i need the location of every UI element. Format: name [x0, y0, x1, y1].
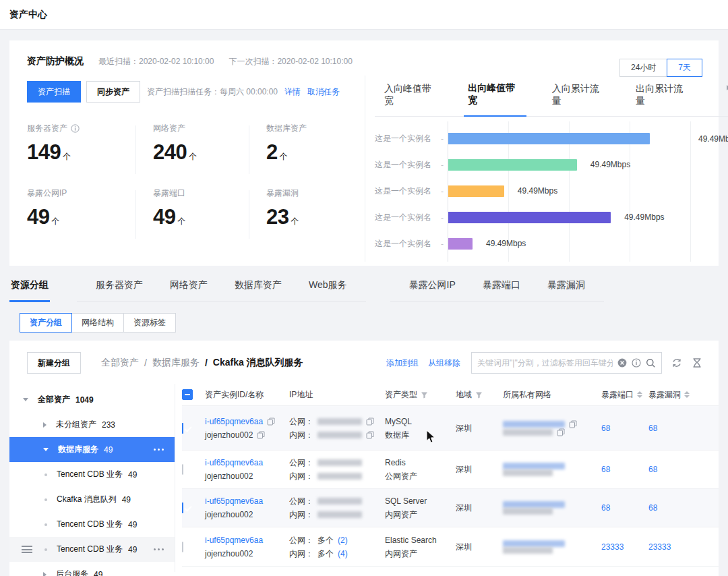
tree-item-cdb-2[interactable]: Tencent CDB 业务49 [9, 512, 175, 537]
table-row[interactable]: i-uf65pqmev6aa jojenzhou002 公网：多个 (2) 内网… [182, 527, 719, 567]
chart-bar-row: 这是一个实例名- 49.49Mbps [375, 125, 728, 152]
tab-network-assets[interactable]: 网络资产 [156, 279, 221, 301]
more-actions-icon[interactable] [154, 449, 164, 451]
exposed-vulns-link[interactable]: 68 [648, 503, 657, 513]
search-input[interactable] [477, 358, 613, 368]
tree-item-cdb-1[interactable]: Tencent CDB 业务49 [9, 462, 175, 487]
sort-icon[interactable] [684, 391, 690, 398]
subtab-resource-tags[interactable]: 资源标签 [123, 313, 176, 333]
filter-icon[interactable] [475, 391, 483, 399]
row-checkbox[interactable] [182, 464, 183, 475]
stat-database-assets: 数据库资产 2个 [249, 123, 365, 165]
chevron-right-icon[interactable] [43, 422, 47, 428]
table-row[interactable]: i-uf65pqmev6aa jojenzhou002 公网： 内网： MySQ… [182, 406, 719, 451]
search-icon[interactable] [646, 358, 656, 368]
tab-exposed-ips[interactable]: 暴露公网IP [396, 279, 469, 301]
tree-item-ckafka[interactable]: Ckafka 消息队列49 [9, 487, 175, 512]
breadcrumb-current: Ckafka 消息队列服务 [213, 357, 303, 369]
redacted-public-ip [317, 459, 362, 466]
overview-card: 资产防护概况 最近扫描：2020-02-02 10:10:00 下一次扫描：20… [9, 40, 719, 266]
exposed-ports-link[interactable]: 68 [601, 465, 610, 474]
chevron-down-icon[interactable] [23, 398, 28, 401]
subtab-network-structure[interactable]: 网络结构 [71, 313, 124, 333]
row-checkbox[interactable] [182, 502, 183, 513]
select-all-checkbox[interactable] [182, 389, 193, 400]
page-title: 资产中心 [9, 9, 47, 21]
tree-item-all-assets[interactable]: 全部资产1049 [9, 387, 175, 412]
instance-id-link[interactable]: i-uf65pqmev6aa [205, 456, 263, 469]
chevron-right-icon[interactable] [43, 572, 47, 576]
asset-scan-button[interactable]: 资产扫描 [27, 81, 81, 103]
overview-title: 资产防护概况 [27, 55, 84, 67]
bullet-icon [44, 548, 47, 551]
remove-from-group-link[interactable]: 从组移除 [428, 357, 460, 369]
tab-exposed-vulns[interactable]: 暴露漏洞 [534, 279, 599, 301]
instance-id-link[interactable]: i-uf65pqmev6aa [205, 415, 263, 428]
asset-table: 资产实例ID/名称 IP地址 资产类型 地域 所属私有网络 暴露端口 暴露漏洞 … [175, 384, 719, 572]
tree-item-db-services[interactable]: 数据库服务49 [9, 437, 175, 462]
tab-web-services[interactable]: Web服务 [295, 279, 361, 301]
task-cancel-link[interactable]: 取消任务 [307, 86, 340, 98]
subtab-asset-groups[interactable]: 资产分组 [20, 313, 72, 333]
tab-server-assets[interactable]: 服务器资产 [82, 279, 156, 301]
tab-outbound-peak[interactable]: 出向峰值带宽 [464, 82, 526, 117]
bandwidth-bar-chart: 这是一个实例名- 49.49Mbps 这是一个实例名- 49.49Mbps 这是… [375, 125, 728, 258]
row-checkbox[interactable] [182, 423, 183, 434]
copy-icon[interactable] [569, 420, 577, 428]
tab-inbound-peak[interactable]: 入向峰值带宽 [380, 83, 442, 116]
tab-database-assets[interactable]: 数据库资产 [221, 279, 295, 301]
sync-assets-button[interactable]: 同步资产 [86, 81, 140, 103]
exposed-ports-link[interactable]: 68 [601, 424, 610, 433]
tab-resource-groups[interactable]: 资源分组 [9, 279, 50, 302]
exposed-ports-link[interactable]: 23333 [601, 542, 624, 552]
tab-outbound-total[interactable]: 出向累计流量 [632, 83, 694, 116]
refresh-icon[interactable] [671, 357, 682, 368]
range-7d-button[interactable]: 7天 [667, 59, 702, 77]
tree-item-cdb-3[interactable]: Tencent CDB 业务49 [9, 537, 175, 562]
chevron-down-icon[interactable] [43, 448, 49, 451]
drag-handle-icon[interactable] [22, 546, 32, 553]
task-detail-link[interactable]: 详情 [284, 86, 301, 98]
breadcrumb-all-assets[interactable]: 全部资产 [101, 357, 139, 369]
clear-icon[interactable] [617, 358, 627, 368]
tab-exposed-ports[interactable]: 暴露端口 [469, 279, 534, 301]
instance-id-link[interactable]: i-uf65pqmev6aa [205, 494, 263, 508]
public-ip-count-link[interactable]: (2) [338, 534, 348, 547]
hourglass-icon[interactable] [692, 357, 702, 368]
tree-item-backend-services[interactable]: 后台服务49 [9, 562, 175, 576]
last-scan-info: 最近扫描：2020-02-02 10:10:00 [98, 56, 214, 67]
instance-id-link[interactable]: i-uf65pqmev6aa [205, 534, 263, 547]
add-to-group-link[interactable]: 添加到组 [386, 357, 419, 369]
range-24h-button[interactable]: 24小时 [619, 59, 667, 77]
chart-bar-row: 这是一个实例名- 49.49Mbps [375, 204, 728, 231]
bar-instance-1 [448, 133, 650, 144]
sort-icon[interactable] [637, 391, 642, 398]
copy-icon[interactable] [366, 417, 374, 426]
info-icon[interactable] [632, 358, 641, 368]
row-checkbox[interactable] [182, 542, 183, 552]
time-range-toggle: 24小时 7天 [619, 59, 702, 77]
filter-icon[interactable] [421, 391, 428, 399]
redacted-vpc-link [503, 463, 565, 469]
exposed-vulns-link[interactable]: 68 [648, 465, 657, 474]
copy-icon[interactable] [557, 428, 565, 436]
search-box[interactable] [471, 352, 662, 374]
private-ip-count-link[interactable]: (4) [338, 547, 348, 560]
stats-grid: 服务器资产 149个 网络资产 240个 数据库资产 2个 暴露公网IP 49个 [27, 123, 365, 229]
chart-bar-row: 这是一个实例名- 49.49Mbps [375, 152, 728, 178]
exposed-ports-link[interactable]: 68 [601, 503, 610, 513]
redacted-subnet [503, 508, 553, 515]
more-actions-icon[interactable] [154, 548, 164, 550]
exposed-vulns-link[interactable]: 23333 [648, 542, 671, 552]
breadcrumb-db-services[interactable]: 数据库服务 [152, 357, 200, 369]
table-row[interactable]: i-uf65pqmev6aa jojenzhou002 公网： 内网： Redi… [182, 451, 719, 489]
copy-icon[interactable] [267, 417, 275, 426]
new-group-button[interactable]: 新建分组 [27, 352, 81, 374]
exposed-vulns-link[interactable]: 68 [648, 424, 657, 433]
copy-icon[interactable] [257, 431, 265, 439]
tab-inbound-total[interactable]: 入向累计流量 [548, 83, 610, 116]
info-icon[interactable] [71, 124, 80, 133]
tree-item-ungrouped[interactable]: 未分组资产233 [9, 412, 175, 437]
copy-icon[interactable] [366, 431, 374, 439]
table-row[interactable]: i-uf65pqmev6aa jojenzhou002 公网： 内网： SQL … [182, 489, 719, 527]
